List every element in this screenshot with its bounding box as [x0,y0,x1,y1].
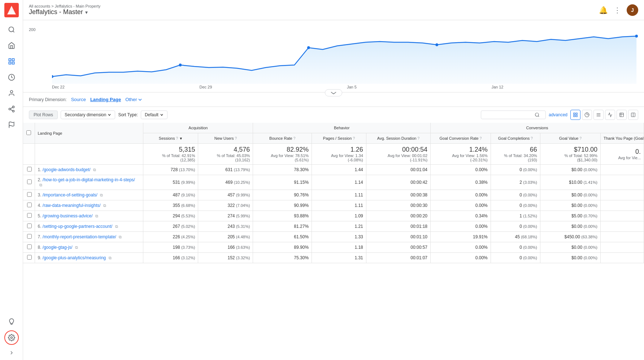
th-bounce-rate[interactable]: Bounce Rate ? [253,133,312,144]
sidebar-item-reports[interactable] [4,54,19,69]
sidebar-item-clock[interactable] [4,70,19,84]
row-number: 8. [38,245,42,250]
dim-landing-page-link[interactable]: Landing Page [90,97,121,102]
page-link[interactable]: /google-adwords-budget/ [43,167,91,172]
row-checkbox-cell [23,211,35,221]
th-checkbox [23,123,35,144]
page-link[interactable]: /growing-business-advice/ [43,213,93,218]
select-all-checkbox[interactable] [26,130,31,135]
user-avatar[interactable]: J [627,4,638,16]
sidebar-item-settings[interactable] [4,330,19,345]
view-table-button[interactable] [570,110,580,120]
sidebar-item-home[interactable] [4,38,19,53]
page-link[interactable]: /google-plus-analytics/measuring [43,255,106,260]
row-avg-session: 00:00:42 [366,175,430,190]
notification-bell-icon[interactable]: 🔔 [599,6,608,14]
view-pivot-button[interactable] [617,110,627,120]
dim-source-link[interactable]: Source [71,97,86,102]
th-pages-session[interactable]: Pages / Session ? [312,133,366,144]
copy-icon[interactable]: ⧉ [93,168,96,172]
sidebar-item-idea[interactable] [4,315,19,329]
row-checkbox[interactable] [27,167,32,172]
sidebar-item-search[interactable] [4,22,19,37]
row-sessions: 166 (3.12%) [143,253,198,263]
row-sessions: 531 (9.99%) [143,175,198,190]
page-link[interactable]: /importance-of-setting-goals/ [43,192,97,198]
table-toolbar: Plot Rows Secondary dimension Sort Type:… [23,107,644,123]
row-checkbox[interactable] [27,255,32,260]
th-goal-conv-rate[interactable]: Goal Conversion Rate ? [431,133,491,144]
page-link[interactable]: /how-to-get-a-job-in-digital-marketing-i… [43,177,135,182]
svg-point-3 [9,27,13,32]
svg-point-25 [435,43,438,46]
th-goal-completions[interactable]: Goal Completions ? [491,133,540,144]
copy-icon[interactable]: ⧉ [109,256,112,260]
dim-other-dropdown[interactable]: Other [125,97,142,102]
row-avg-session: 00:01:04 [366,165,430,175]
row-checkbox[interactable] [27,179,32,184]
advanced-link[interactable]: advanced [549,112,567,117]
sidebar-item-connect[interactable] [4,102,19,116]
th-sessions[interactable]: Sessions ? ▼ [143,133,198,144]
svg-rect-29 [574,113,575,114]
app-logo[interactable] [4,3,19,17]
row-checkbox-cell [23,190,35,200]
row-number: 9. [38,255,42,260]
search-icon[interactable] [535,112,540,117]
row-goal-conv-rate: 0.38% [431,175,491,190]
chart-collapse-button[interactable] [325,89,342,96]
copy-icon[interactable]: ⧉ [119,235,122,239]
row-thank-you [600,200,644,211]
breadcrumb: All accounts > Jeffalytics - Main Proper… [29,4,100,8]
view-list-button[interactable] [593,110,604,120]
row-bounce-rate: 93.88% [253,211,312,221]
row-thank-you [600,253,644,263]
row-checkbox[interactable] [27,203,32,207]
table-row: 1. /google-adwords-budget/ ⧉ 728 (13.70%… [23,165,644,175]
view-compare-button[interactable] [605,110,615,120]
page-link[interactable]: /raw-data-meaningful-insights/ [43,203,101,208]
row-new-users: 631 (13.79%) [198,165,253,175]
page-link[interactable]: /monthly-report-presentation-template/ [43,234,116,239]
row-checkbox[interactable] [27,192,32,197]
copy-icon[interactable]: ⧉ [39,183,42,187]
th-goal-value[interactable]: Goal Value ? [540,133,600,144]
row-pages-session: 1.18 [312,242,366,253]
row-avg-session: 00:00:30 [366,200,430,211]
page-link[interactable]: /google-gtag-js/ [43,245,73,250]
title-dropdown-arrow[interactable]: ▾ [85,9,88,15]
copy-icon[interactable]: ⧉ [100,193,103,197]
table-body: 1. /google-adwords-budget/ ⧉ 728 (13.70%… [23,165,644,263]
row-checkbox[interactable] [27,244,32,249]
row-avg-session: 00:00:38 [366,190,430,200]
row-checkbox[interactable] [27,213,32,218]
view-pie-button[interactable] [582,110,592,120]
row-goal-completions: 0 (0.00%) [491,221,540,232]
th-thank-you[interactable]: Thank You Page (Goal Conversio... ? [600,133,644,144]
copy-icon[interactable]: ⧉ [95,214,98,218]
row-goal-conv-rate: 0.00% [431,200,491,211]
search-input[interactable] [484,112,535,117]
row-number: 2. [38,177,42,182]
row-new-users: 166 (3.63%) [198,242,253,253]
line-chart [52,26,638,84]
row-page-cell: 4. /raw-data-meaningful-insights/ ⧉ [35,200,143,211]
row-checkbox[interactable] [27,234,32,239]
row-avg-session: 00:01:07 [366,253,430,263]
sort-default-button[interactable]: Default [141,110,167,119]
secondary-dimension-button[interactable]: Secondary dimension [61,110,115,119]
copy-icon[interactable]: ⧉ [103,203,106,208]
more-options-icon[interactable]: ⋮ [614,6,621,14]
row-checkbox[interactable] [27,224,32,228]
page-link[interactable]: /setting-up-google-partners-account/ [43,224,112,229]
th-new-users[interactable]: New Users ? [198,133,253,144]
row-number: 6. [38,224,42,229]
view-custom-button[interactable] [628,110,638,120]
sidebar-item-flag[interactable] [4,118,19,132]
copy-icon[interactable]: ⧉ [115,224,118,229]
sidebar-item-user[interactable] [4,86,19,100]
sidebar-collapse-button[interactable] [4,348,19,357]
copy-icon[interactable]: ⧉ [75,245,78,250]
th-avg-session[interactable]: Avg. Session Duration ? [366,133,430,144]
plot-rows-button[interactable]: Plot Rows [29,110,58,119]
